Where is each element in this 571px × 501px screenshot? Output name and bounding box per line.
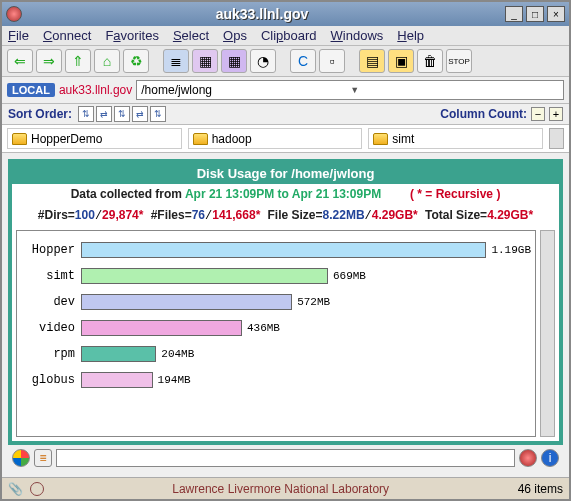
bar[interactable] — [81, 372, 153, 388]
folder-item[interactable]: hadoop — [188, 128, 363, 149]
status-icon-1: 📎 — [8, 482, 23, 496]
folder-item[interactable]: HopperDemo — [7, 128, 182, 149]
compress-icon[interactable]: ▤ — [359, 49, 385, 73]
status-icon-2 — [30, 482, 44, 496]
scrollbar-v[interactable] — [549, 128, 564, 149]
folder-item[interactable]: simt — [368, 128, 543, 149]
disk-usage-panel: Disk Usage for /home/jwlong Data collect… — [8, 159, 563, 445]
bar-container: 436MB — [81, 320, 531, 336]
info-icon[interactable]: i — [541, 449, 559, 467]
menu-file[interactable]: File — [8, 28, 29, 43]
stop-icon[interactable]: STOP — [446, 49, 472, 73]
close-button[interactable]: × — [547, 6, 565, 22]
trash-icon[interactable]: 🗑 — [417, 49, 443, 73]
bar-value: 572MB — [292, 296, 330, 308]
view-list-icon[interactable]: ≣ — [163, 49, 189, 73]
back-button[interactable]: ⇐ — [7, 49, 33, 73]
bar-label: dev — [21, 295, 81, 309]
sort-icon-1[interactable]: ⇅ — [78, 106, 94, 122]
content: Disk Usage for /home/jwlong Data collect… — [2, 153, 569, 477]
bar-label: video — [21, 321, 81, 335]
menubar: File Connect Favorites Select Ops Clipbo… — [2, 26, 569, 46]
window: auk33.llnl.gov _ □ × File Connect Favori… — [0, 0, 571, 501]
bar-row: Hopper1.19GB — [21, 237, 531, 263]
status-lab: Lawrence Livermore National Laboratory — [44, 482, 518, 496]
new-folder-icon[interactable]: ▣ — [388, 49, 414, 73]
bar-row: simt669MB — [21, 263, 531, 289]
bar[interactable] — [81, 294, 292, 310]
sortbar: Sort Order: ⇅ ⇄ ⇅ ⇄ ⇅ Column Count: − + — [2, 104, 569, 125]
sort-icon-2[interactable]: ⇄ — [96, 106, 112, 122]
bar-label: globus — [21, 373, 81, 387]
globe-icon[interactable] — [519, 449, 537, 467]
folder-icon — [12, 133, 27, 145]
bar[interactable] — [81, 346, 156, 362]
menu-favorites[interactable]: Favorites — [105, 28, 158, 43]
bar-container: 1.19GB — [81, 242, 531, 258]
forward-button[interactable]: ⇒ — [36, 49, 62, 73]
bar-value: 204MB — [156, 348, 194, 360]
folder-label: HopperDemo — [31, 132, 102, 146]
sort-icon-5[interactable]: ⇅ — [150, 106, 166, 122]
bar-container: 669MB — [81, 268, 531, 284]
bar-row: dev572MB — [21, 289, 531, 315]
sort-icon-4[interactable]: ⇄ — [132, 106, 148, 122]
col-minus-button[interactable]: − — [531, 107, 545, 121]
folder-icon — [373, 133, 388, 145]
bars-icon[interactable]: ≡ — [34, 449, 52, 467]
panel-title: Disk Usage for /home/jwlong — [12, 163, 559, 184]
bar-row: globus194MB — [21, 367, 531, 393]
bar[interactable] — [81, 268, 328, 284]
stats-line: #Dirs=100/29,874* #Files=76/141,668* Fil… — [12, 205, 559, 226]
menu-help[interactable]: Help — [397, 28, 424, 43]
status-items: 46 items — [518, 482, 563, 496]
bar-value: 1.19GB — [486, 244, 531, 256]
menu-select[interactable]: Select — [173, 28, 209, 43]
bar-value: 194MB — [153, 374, 191, 386]
host-label: auk33.llnl.gov — [59, 83, 132, 97]
folder-row: HopperDemo hadoop simt — [2, 125, 569, 153]
chart-scrollbar[interactable] — [540, 230, 555, 437]
bottom-text-field[interactable] — [56, 449, 515, 467]
bar-row: video436MB — [21, 315, 531, 341]
bar-value: 436MB — [242, 322, 280, 334]
menu-ops[interactable]: Ops — [223, 28, 247, 43]
bar-label: Hopper — [21, 243, 81, 257]
bar-container: 572MB — [81, 294, 531, 310]
toolbar: ⇐ ⇒ ⇑ ⌂ ♻ ≣ ▦ ▦ ◔ C ▫ ▤ ▣ 🗑 STOP — [2, 46, 569, 77]
menu-connect[interactable]: Connect — [43, 28, 91, 43]
view-grid2-icon[interactable]: ▦ — [221, 49, 247, 73]
maximize-button[interactable]: □ — [526, 6, 544, 22]
path-input[interactable]: /home/jwlong ▼ — [136, 80, 564, 100]
folder-label: hadoop — [212, 132, 252, 146]
bar-label: simt — [21, 269, 81, 283]
refresh-button[interactable]: ♻ — [123, 49, 149, 73]
sort-icon-3[interactable]: ⇅ — [114, 106, 130, 122]
pathbar: LOCAL auk33.llnl.gov /home/jwlong ▼ — [2, 77, 569, 104]
view-grid1-icon[interactable]: ▦ — [192, 49, 218, 73]
bar-container: 204MB — [81, 346, 531, 362]
system-icon[interactable] — [6, 6, 22, 22]
bar[interactable] — [81, 242, 486, 258]
bar-row: rpm204MB — [21, 341, 531, 367]
clock-icon[interactable]: C — [290, 49, 316, 73]
path-dropdown-icon[interactable]: ▼ — [350, 85, 559, 95]
up-button[interactable]: ⇑ — [65, 49, 91, 73]
titlebar: auk33.llnl.gov _ □ × — [2, 2, 569, 26]
col-plus-button[interactable]: + — [549, 107, 563, 121]
collected-line: Data collected from Apr 21 13:09PM to Ap… — [12, 184, 559, 205]
home-button[interactable]: ⌂ — [94, 49, 120, 73]
bar[interactable] — [81, 320, 242, 336]
sort-order-label: Sort Order: — [8, 107, 72, 121]
view-pie-icon[interactable]: ◔ — [250, 49, 276, 73]
bar-container: 194MB — [81, 372, 531, 388]
box-icon[interactable]: ▫ — [319, 49, 345, 73]
statusbar: 📎 Lawrence Livermore National Laboratory… — [2, 477, 569, 499]
minimize-button[interactable]: _ — [505, 6, 523, 22]
menu-windows[interactable]: Windows — [331, 28, 384, 43]
bar-label: rpm — [21, 347, 81, 361]
pie-icon[interactable] — [12, 449, 30, 467]
folder-label: simt — [392, 132, 414, 146]
menu-clipboard[interactable]: Clipboard — [261, 28, 317, 43]
path-text: /home/jwlong — [141, 83, 350, 97]
